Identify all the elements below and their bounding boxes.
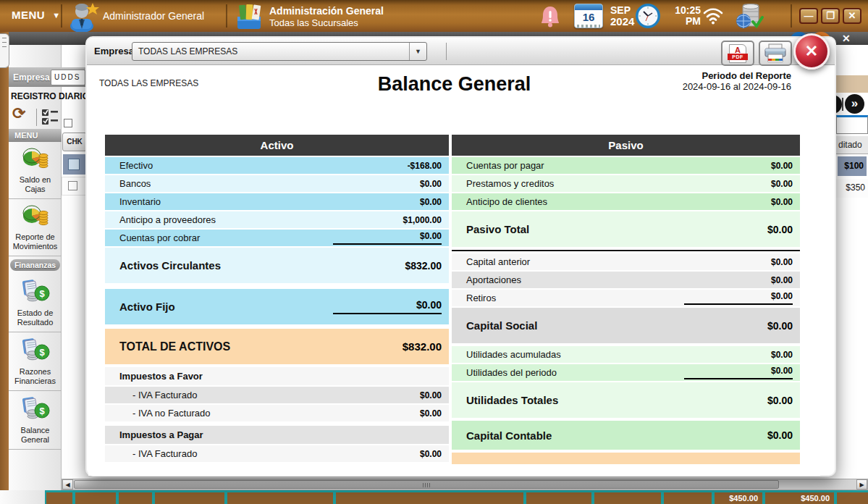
docs-money-icon: $ [21, 277, 50, 306]
sidebar-item-razones-financieras[interactable]: $Razones Financieras [9, 332, 62, 391]
sidebar-item-reporte-de-movimientos[interactable]: Reporte de Movimientos [9, 199, 62, 256]
empresa-value-dropdown[interactable]: UDDS [51, 70, 85, 85]
footer-cell [837, 492, 868, 504]
row-label: TOTAL DE ACTIVOS [119, 340, 333, 353]
balance-row: Capital Contable$0.00 [452, 421, 800, 451]
sidebar-collapse-handle[interactable] [0, 33, 9, 68]
wifi-icon [703, 7, 723, 25]
balance-row: Aportaciones$0.00 [452, 272, 800, 290]
user-avatar-icon[interactable] [67, 1, 100, 32]
window-minimize-button[interactable]: — [799, 8, 818, 24]
dialog-close-button[interactable]: ✕ [793, 33, 830, 70]
balance-row: Inventario$0.00 [105, 193, 449, 211]
clock-icon[interactable] [634, 2, 662, 30]
sidebar-item-saldo-en-cajas[interactable]: Saldo en Cajas [9, 142, 62, 199]
balance-row: Cuentas por pagar$0.00 [452, 157, 800, 175]
balance-row: TOTAL DE ACTIVOS$832.00 [105, 329, 449, 366]
sidebar-item-balance-general[interactable]: $Balance General [9, 391, 62, 450]
sidebar-menu-header: MENU [9, 129, 62, 142]
top-bar: MENU▼ Administrador General Administraci… [0, 0, 868, 32]
archive-box-icon[interactable] [233, 2, 265, 31]
notification-bell-icon[interactable] [539, 5, 561, 28]
chk-column-header[interactable]: CHK [62, 133, 87, 151]
menu-button[interactable]: MENU▼ [12, 9, 61, 21]
row-value: $0.00 [333, 179, 442, 189]
balance-row: Cuentas por cobrar$0.00 [105, 230, 449, 248]
pdf-icon: A PDF [729, 44, 746, 63]
scrollbar-thumb[interactable] [74, 480, 779, 489]
empresa-select[interactable]: TODAS LAS EMPRESAS ▼ [132, 42, 427, 61]
balance-row: Activo Fijo$0.00 [105, 289, 449, 326]
checkbox[interactable] [68, 159, 80, 170]
horizontal-scrollbar[interactable]: ◀ ▶ [62, 479, 868, 490]
divider [791, 4, 792, 28]
balance-row: Efectivo-$168.00 [105, 157, 449, 175]
row-value: $0.00 [684, 197, 793, 207]
export-pdf-button[interactable]: A PDF [721, 41, 754, 66]
divider [36, 109, 37, 126]
print-button[interactable] [759, 41, 792, 66]
fast-forward-icon[interactable]: » [845, 94, 864, 114]
checklist-icon[interactable] [41, 107, 59, 126]
balance-row: Activos Circulantes$832.00 [105, 248, 449, 285]
balance-row: Impuestos a Pagar [105, 426, 449, 445]
row-value: $0.00 [684, 395, 793, 406]
calendar-year: 2024 [610, 15, 634, 28]
row-value: $0.00 [684, 366, 793, 379]
sidebar-menu: Saldo en CajasReporte de MovimientosFina… [9, 142, 62, 450]
pasivo-table: Pasivo Cuentas por pagar$0.00Prestamos y… [452, 135, 800, 466]
balance-row: Utilidades del periodo$0.00 [452, 364, 800, 382]
empresa-label: Empresa [94, 46, 134, 56]
grid-filter-input[interactable] [836, 115, 868, 134]
balance-row: Anticipo a proveedores$1,000.00 [105, 211, 449, 230]
balance-row: Impuestos a Favor [105, 367, 449, 387]
divider [842, 98, 843, 111]
calendar-day: 16 [575, 10, 602, 25]
calendar-icon[interactable]: 16 [574, 4, 603, 28]
row-value: $832.00 [333, 260, 442, 272]
row-value: $0.00 [684, 179, 793, 189]
background-close-icon[interactable]: ✕ [842, 33, 851, 44]
grid-column-header-acreditado[interactable]: ditado [836, 136, 868, 154]
svg-text:$: $ [39, 406, 45, 416]
pasivo-header: Pasivo [452, 135, 800, 157]
row-value: $0.00 [333, 197, 442, 207]
row-label: Inventario [119, 196, 333, 207]
row-value: -$168.00 [333, 161, 442, 171]
window-maximize-button[interactable]: ❐ [821, 8, 840, 24]
svg-text:$: $ [39, 288, 45, 299]
row-value: $0.00 [333, 449, 442, 459]
row-label: Impuestos a Pagar [119, 429, 442, 440]
row-value: $0.00 [684, 429, 793, 441]
grid-cell-selected[interactable]: $100 [836, 155, 868, 177]
footer-cell [75, 492, 116, 504]
sidebar-item-label: Reporte de Movimientos [10, 232, 60, 251]
sidebar-item-estado-de-resultado[interactable]: $Estado de Resultado [9, 274, 62, 332]
row-value: $1,000.00 [333, 215, 442, 225]
window-close-button[interactable]: ✕ [843, 8, 861, 24]
total-cell: $450.00 [765, 492, 834, 504]
registro-diario-title: REGISTRO DIARIO [11, 91, 89, 101]
row-label: Retiros [466, 293, 684, 303]
row-value: $0.00 [333, 299, 442, 314]
grid-cell[interactable]: $350 [836, 179, 868, 198]
empresa-selected-value: TODAS LAS EMPRESAS [138, 46, 237, 56]
chevron-down-icon[interactable]: ▼ [409, 43, 426, 60]
row-label: Utilidades del periodo [466, 367, 684, 378]
refresh-icon[interactable]: ⟳ [12, 104, 25, 123]
scroll-left-button[interactable]: ◀ [62, 479, 73, 490]
grid-checkbox[interactable] [64, 119, 72, 127]
activo-rows: Efectivo-$168.00Bancos$0.00Inventario$0.… [105, 157, 449, 463]
row-value: $0.00 [333, 231, 442, 245]
grid-selected-row-checkbox-cell[interactable] [62, 153, 87, 176]
total-cell: $450.00 [715, 492, 762, 504]
row-label: - IVA Facturado [132, 390, 333, 400]
checkbox[interactable] [68, 181, 77, 190]
calendar-top [575, 4, 602, 10]
grid-row-checkbox-cell[interactable] [62, 177, 87, 196]
footer-cell [336, 492, 523, 504]
database-sync-icon[interactable] [733, 1, 766, 30]
grid-right-band [836, 75, 868, 93]
scroll-right-button[interactable]: ▶ [856, 479, 867, 490]
balance-row: Prestamos y creditos$0.00 [452, 175, 800, 193]
